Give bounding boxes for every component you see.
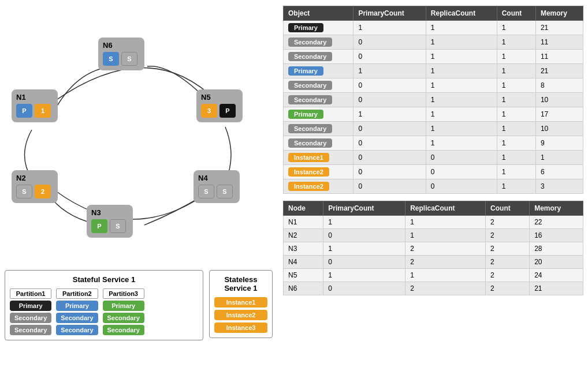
object-chip: Secondary xyxy=(288,38,332,47)
object-chip: Secondary xyxy=(288,52,332,61)
obj-cell-memory: 11 xyxy=(535,35,583,50)
node-table-body: N1 1 1 2 22 N2 0 1 2 16 N3 1 2 2 28 N4 0… xyxy=(284,216,583,295)
node-cell-memory: 22 xyxy=(530,216,583,229)
instance3-chip: Instance3 xyxy=(214,322,267,333)
node-n2-label: N2 xyxy=(16,174,53,182)
obj-cell-count: 1 xyxy=(497,93,535,107)
node-n4-label: N4 xyxy=(198,174,235,182)
partition2-header: Partition2 xyxy=(56,288,98,299)
node-cell-primary: 1 xyxy=(323,269,405,282)
obj-cell-memory: 10 xyxy=(535,93,583,107)
partition2-item2: Secondary xyxy=(56,325,98,335)
obj-cell-object: Secondary xyxy=(284,122,353,136)
obj-cell-count: 1 xyxy=(497,107,535,122)
obj-cell-object: Instance2 xyxy=(284,165,353,179)
obj-cell-primary: 0 xyxy=(353,93,426,107)
node-col-node: Node xyxy=(284,201,323,216)
obj-cell-primary: 0 xyxy=(353,50,426,64)
obj-cell-count: 1 xyxy=(497,35,535,50)
object-table-row: Instance1 0 0 1 1 xyxy=(284,151,583,165)
obj-cell-memory: 1 xyxy=(535,151,583,165)
node-table-row: N5 1 1 2 24 xyxy=(284,269,583,282)
object-chip: Instance1 xyxy=(288,153,329,162)
obj-cell-object: Secondary xyxy=(284,78,353,93)
node-n3-label: N3 xyxy=(91,208,128,217)
obj-cell-object: Secondary xyxy=(284,136,353,151)
tables-area: Object PrimaryCount ReplicaCount Count M… xyxy=(283,6,583,302)
node-table: Node PrimaryCount ReplicaCount Count Mem… xyxy=(283,201,583,295)
object-chip: Primary xyxy=(288,66,323,76)
partition2-col: Partition2 Primary Secondary Secondary xyxy=(56,288,98,335)
obj-cell-object: Primary xyxy=(284,64,353,78)
legend-partitions: Partition1 Primary Secondary Secondary P… xyxy=(10,288,198,335)
node-cell-primary: 0 xyxy=(323,282,405,295)
partition3-col: Partition3 Primary Secondary Secondary xyxy=(103,288,144,335)
obj-cell-replica: 1 xyxy=(426,35,497,50)
node-n3: N3 P S xyxy=(87,205,133,238)
node-table-row: N6 0 2 2 21 xyxy=(284,282,583,295)
object-table-row: Secondary 0 1 1 9 xyxy=(284,136,583,151)
partition3-item1: Secondary xyxy=(103,313,144,323)
obj-cell-primary: 1 xyxy=(353,21,426,35)
obj-cell-replica: 0 xyxy=(426,165,497,179)
partition1-header: Partition1 xyxy=(10,288,51,299)
node-cell-node: N4 xyxy=(284,256,323,269)
node-cell-replica: 1 xyxy=(405,269,486,282)
partition1-item2: Secondary xyxy=(10,325,51,335)
obj-cell-memory: 11 xyxy=(535,50,583,64)
obj-cell-object: Secondary xyxy=(284,35,353,50)
chip-s2: S xyxy=(110,219,126,233)
node-cell-node: N2 xyxy=(284,229,323,242)
obj-cell-count: 1 xyxy=(497,21,535,35)
obj-col-memory: Memory xyxy=(535,6,583,21)
chip-s: S xyxy=(16,185,32,198)
obj-cell-object: Secondary xyxy=(284,50,353,64)
chip-s4: S xyxy=(217,185,233,198)
obj-cell-memory: 21 xyxy=(535,64,583,78)
stateful-legend: Stateful Service 1 Partition1 Primary Se… xyxy=(5,270,203,340)
node-cell-replica: 2 xyxy=(405,256,486,269)
node-n1: N1 P 1 xyxy=(12,89,58,122)
obj-cell-count: 1 xyxy=(497,151,535,165)
node-cell-node: N5 xyxy=(284,269,323,282)
node-cell-node: N6 xyxy=(284,282,323,295)
object-chip: Instance2 xyxy=(288,167,329,177)
node-cell-replica: 2 xyxy=(405,242,486,256)
obj-cell-object: Primary xyxy=(284,107,353,122)
node-cell-memory: 20 xyxy=(530,256,583,269)
object-table-row: Secondary 0 1 1 11 xyxy=(284,50,583,64)
node-cell-count: 2 xyxy=(486,269,530,282)
node-cell-replica: 1 xyxy=(405,229,486,242)
partition3-item2: Secondary xyxy=(103,325,144,335)
node-cell-count: 2 xyxy=(486,242,530,256)
node-cell-primary: 1 xyxy=(323,216,405,229)
node-n5-label: N5 xyxy=(201,93,238,102)
chip-p-green: P xyxy=(91,219,107,233)
chip-1: 1 xyxy=(35,104,51,118)
obj-cell-count: 1 xyxy=(497,64,535,78)
node-cell-replica: 1 xyxy=(405,216,486,229)
obj-cell-count: 1 xyxy=(497,122,535,136)
node-cell-count: 2 xyxy=(486,229,530,242)
obj-col-primary: PrimaryCount xyxy=(353,6,426,21)
obj-cell-primary: 0 xyxy=(353,78,426,93)
object-table-row: Primary 1 1 1 21 xyxy=(284,64,583,78)
obj-cell-replica: 1 xyxy=(426,64,497,78)
node-cell-count: 2 xyxy=(486,282,530,295)
node-n1-label: N1 xyxy=(16,93,53,102)
instance2-chip: Instance2 xyxy=(214,310,267,320)
object-table-row: Secondary 0 1 1 11 xyxy=(284,35,583,50)
obj-cell-memory: 6 xyxy=(535,165,583,179)
legend-area: Stateful Service 1 Partition1 Primary Se… xyxy=(0,265,277,375)
chip-s5: S xyxy=(121,52,137,66)
node-n6-label: N6 xyxy=(103,41,140,50)
obj-cell-count: 1 xyxy=(497,78,535,93)
obj-cell-primary: 0 xyxy=(353,122,426,136)
obj-cell-count: 1 xyxy=(497,165,535,179)
stateless-title: StatelessService 1 xyxy=(214,275,267,292)
node-table-row: N3 1 2 2 28 xyxy=(284,242,583,256)
obj-cell-memory: 8 xyxy=(535,78,583,93)
chip-s-blue: S xyxy=(103,52,119,66)
node-cell-memory: 16 xyxy=(530,229,583,242)
diagram-area: N1 P 1 N2 S 2 N3 P S N4 S S N5 3 P xyxy=(0,0,277,265)
